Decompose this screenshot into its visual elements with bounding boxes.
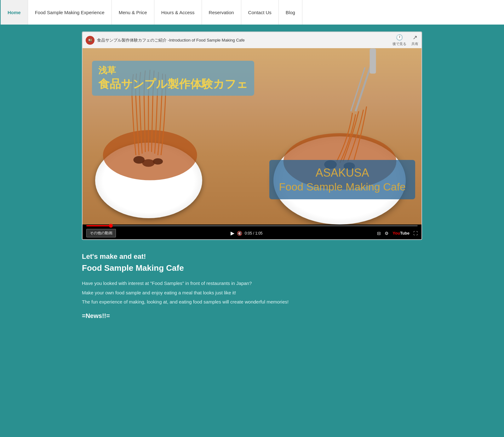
volume-button[interactable]: 🔇 bbox=[237, 231, 242, 236]
time-display: 0:05 / 1:05 bbox=[245, 231, 263, 236]
share-label: 共有 bbox=[411, 42, 418, 46]
youtube-logo[interactable]: YouTube bbox=[392, 231, 410, 236]
fullscreen-button[interactable]: ⛶ bbox=[413, 231, 418, 236]
video-title-jp-top: 浅草 bbox=[98, 65, 248, 77]
description-2: Make your own food sample and enjoy eati… bbox=[82, 289, 422, 297]
channel-icon: 🍱 bbox=[86, 36, 94, 45]
nav-contact-us[interactable]: Contact Us bbox=[241, 0, 279, 25]
captions-button[interactable]: ⊟ bbox=[377, 231, 381, 236]
video-progress-bar[interactable] bbox=[86, 225, 418, 226]
description-3: The fun experience of making, looking at… bbox=[82, 298, 422, 306]
video-title-jp-main: 食品サンプル製作体験カフェ bbox=[98, 77, 248, 92]
main-content: 🍱 食品サンプル製作体験カフェのご紹介 -Introduction of Foo… bbox=[0, 25, 504, 332]
controls-right: ⊟ ⚙ YouTube ⛶ bbox=[377, 231, 418, 236]
nav-home[interactable]: Home bbox=[0, 0, 28, 25]
other-videos-button[interactable]: その他の動画 bbox=[86, 229, 116, 237]
share-action[interactable]: ↗ 共有 bbox=[411, 34, 418, 46]
asakusa-overlay: ASAKUSA Food Sample Making Cafe bbox=[269, 160, 415, 199]
asakusa-sub: Food Sample Making Cafe bbox=[279, 181, 406, 193]
tagline: Let's make and eat! bbox=[82, 253, 422, 261]
video-frame[interactable]: 浅草 食品サンプル製作体験カフェ ASAKUSA Food Sample Mak… bbox=[83, 48, 421, 224]
plate-left bbox=[95, 143, 202, 218]
nav-food-sample[interactable]: Food Sample Making Experience bbox=[28, 0, 112, 25]
text-section: Let's make and eat! Food Sample Making C… bbox=[82, 249, 422, 323]
nav-hours-access[interactable]: Hours & Access bbox=[154, 0, 202, 25]
share-icon: ↗ bbox=[413, 34, 417, 41]
play-button[interactable]: ▶ bbox=[231, 230, 234, 236]
channel-icon-symbol: 🍱 bbox=[88, 38, 92, 42]
video-title-text: 食品サンプル製作体験カフェのご紹介 -Introduction of Food … bbox=[97, 37, 390, 43]
main-nav: Home Food Sample Making Experience Menu … bbox=[0, 0, 504, 25]
nav-blog[interactable]: Blog bbox=[279, 0, 302, 25]
news-title: =News!!= bbox=[82, 312, 422, 320]
nav-menu-price[interactable]: Menu & Price bbox=[112, 0, 154, 25]
controls-left: ▶ 🔇 0:05 / 1:05 bbox=[231, 230, 263, 236]
video-top-bar: 🍱 食品サンプル製作体験カフェのご紹介 -Introduction of Foo… bbox=[83, 32, 421, 48]
video-controls-row: その他の動画 ▶ 🔇 0:05 / 1:05 ⊟ ⚙ YouTube ⛶ bbox=[83, 227, 421, 239]
section-title: Food Sample Making Cafe bbox=[82, 263, 422, 273]
video-embed: 🍱 食品サンプル製作体験カフェのご紹介 -Introduction of Foo… bbox=[82, 31, 422, 240]
nav-reservation[interactable]: Reservation bbox=[202, 0, 241, 25]
description-1: Have you looked with interest at "Food S… bbox=[82, 279, 422, 287]
settings-button[interactable]: ⚙ bbox=[385, 231, 389, 236]
watch-later-label: 後で見る bbox=[392, 42, 406, 46]
video-top-actions: 🕐 後で見る ↗ 共有 bbox=[392, 34, 418, 46]
video-title-overlay: 浅草 食品サンプル製作体験カフェ bbox=[92, 61, 254, 96]
asakusa-title: ASAKUSA bbox=[279, 166, 406, 179]
watch-later-action[interactable]: 🕐 後で見る bbox=[392, 34, 406, 46]
clock-icon: 🕐 bbox=[396, 34, 403, 41]
